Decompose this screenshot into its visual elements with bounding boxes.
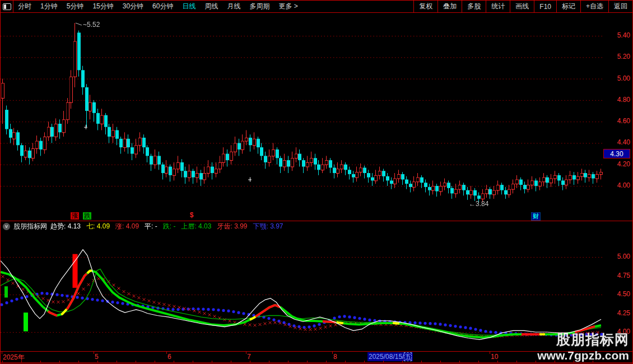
- indicator-field-七: 七: 4.09: [86, 222, 110, 231]
- menu-item-分时[interactable]: 分时: [13, 2, 36, 11]
- menu-item-更多 >[interactable]: 更多 >: [274, 2, 302, 11]
- price-highlight-box: 4.30: [603, 149, 630, 158]
- date-label-7: 7: [247, 353, 251, 361]
- month-tick: [2, 352, 2, 354]
- date-label-5: 5: [95, 353, 99, 361]
- main-axis-label-5.00: 5.00: [606, 74, 630, 82]
- main-axis-label-4.20: 4.20: [606, 160, 630, 168]
- panel-toggle-icon: [3, 3, 11, 10]
- main-chart-canvas[interactable]: [1, 13, 603, 221]
- tool-item-标记[interactable]: 标记: [556, 1, 580, 12]
- main-axis-label-4.40: 4.40: [606, 138, 630, 146]
- watermark-site-name: 股朋指标网: [537, 330, 629, 349]
- month-tick: [246, 352, 246, 354]
- up-signal-badge: 涨: [71, 212, 79, 220]
- high-annotation: ~5.52: [83, 21, 100, 29]
- tool-item-统计[interactable]: 统计: [486, 1, 510, 12]
- menu-item-月线[interactable]: 月线: [222, 2, 245, 11]
- menu-item-15分钟[interactable]: 15分钟: [88, 2, 118, 11]
- indicator-source-label: 股朋指标网: [13, 222, 47, 231]
- month-tick: [332, 352, 333, 354]
- indicator-chart-canvas[interactable]: [1, 232, 603, 351]
- month-tick: [94, 352, 94, 354]
- tool-item-返回[interactable]: 返回: [608, 1, 632, 12]
- indicator-values: 趋势: 4.13七: 4.09涨: 4.09平: -跌: -上唇: 4.03牙齿…: [50, 222, 283, 231]
- month-tick: [166, 352, 167, 354]
- indicator-field-平: 平: -: [145, 222, 157, 231]
- highlight-day-text: 五: [404, 352, 412, 361]
- main-axis-label-5.20: 5.20: [606, 53, 630, 60]
- main-axis-label-4.60: 4.60: [606, 117, 630, 125]
- menu-item-1分钟[interactable]: 1分钟: [36, 2, 62, 11]
- bottom-border-line: [1, 362, 633, 363]
- menu-item-5分钟[interactable]: 5分钟: [62, 2, 89, 11]
- wealth-signal-badge: 财: [531, 212, 541, 221]
- date-axis: 2025/08/15/ 五 2025年567810: [1, 352, 603, 362]
- menu-item-周线[interactable]: 周线: [200, 2, 222, 11]
- collapse-icon[interactable]: v: [3, 223, 10, 230]
- menu-item-30分钟[interactable]: 30分钟: [118, 2, 148, 11]
- dollar-signal-badge: $: [189, 212, 195, 219]
- tool-item-多股[interactable]: 多股: [462, 1, 486, 12]
- indicator-field-下颚: 下颚: 3.97: [253, 222, 283, 231]
- watermark-site-url: www.7gpzb.com: [537, 349, 629, 362]
- tool-item-F10[interactable]: F10: [534, 1, 556, 12]
- indicator-axis-label-5.00: 5.00: [606, 253, 630, 260]
- date-label-6: 6: [167, 353, 171, 361]
- indicator-header: v 股朋指标网 趋势: 4.13七: 4.09涨: 4.09平: -跌: -上唇…: [3, 222, 283, 231]
- indicator-field-跌: 跌: -: [163, 222, 176, 231]
- indicator-axis-label-4.50: 4.50: [606, 290, 630, 298]
- indicator-axis-label-4.75: 4.75: [606, 272, 630, 279]
- tool-item-复权[interactable]: 复权: [413, 1, 437, 12]
- top-menu-bar: 分时1分钟5分钟15分钟30分钟60分钟日线周线月线多周期更多 > 复权叠加多股…: [1, 1, 632, 13]
- date-highlight-box: 2025/08/15/ 五: [367, 352, 413, 361]
- date-label-8: 8: [333, 353, 337, 361]
- tools-menu: 复权叠加多股统计画线F10标记+自选返回: [413, 1, 632, 12]
- highlight-date-text: 2025/08/15/: [369, 352, 404, 361]
- menu-item-60分钟[interactable]: 60分钟: [148, 2, 178, 11]
- indicator-field-趋势: 趋势: 4.13: [50, 222, 81, 231]
- stock-chart-window: 分时1分钟5分钟15分钟30分钟60分钟日线周线月线多周期更多 > 复权叠加多股…: [0, 0, 633, 364]
- menu-item-日线[interactable]: 日线: [178, 2, 200, 11]
- indicator-field-牙齿: 牙齿: 3.99: [217, 222, 247, 231]
- tool-item-+自选[interactable]: +自选: [580, 1, 608, 12]
- panel-toggle-button[interactable]: [1, 1, 13, 12]
- main-axis-label-4.80: 4.80: [606, 96, 630, 104]
- main-axis-label-5.40: 5.40: [606, 31, 630, 39]
- main-axis-label-4.00: 4.00: [606, 181, 630, 189]
- panel-divider: [1, 221, 633, 221]
- indicator-field-涨: 涨: 4.09: [115, 222, 139, 231]
- menu-item-多周期[interactable]: 多周期: [245, 2, 274, 11]
- month-tick: [490, 352, 490, 354]
- indicator-axis-label-4.25: 4.25: [606, 309, 630, 317]
- watermark: 股朋指标网 www.7gpzb.com: [537, 330, 629, 362]
- tool-item-叠加[interactable]: 叠加: [437, 1, 462, 12]
- tool-item-画线[interactable]: 画线: [510, 1, 534, 12]
- indicator-field-上唇: 上唇: 4.03: [181, 222, 211, 231]
- period-menu: 分时1分钟5分钟15分钟30分钟60分钟日线周线月线多周期更多 >: [13, 1, 302, 12]
- date-label-10: 10: [491, 353, 498, 361]
- down-signal-badge: 跌: [83, 212, 91, 220]
- low-annotation: ←3.84: [469, 200, 488, 208]
